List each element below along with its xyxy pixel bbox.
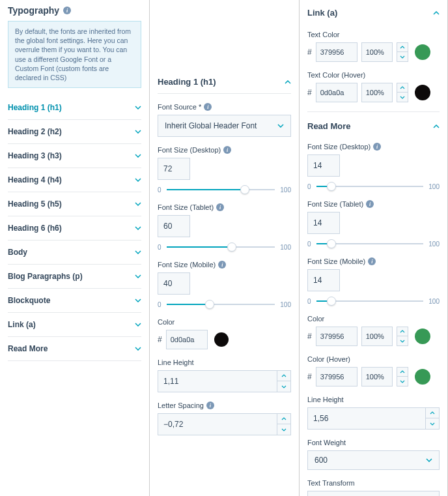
chevron-up-icon[interactable] (397, 368, 408, 377)
fs-desktop-slider[interactable] (316, 182, 424, 191)
accordion-header[interactable]: Heading 3 (h3) (8, 144, 141, 168)
text-color-pct-input[interactable] (361, 42, 393, 62)
caret-down-icon (277, 124, 284, 128)
color-stepper[interactable] (397, 327, 408, 346)
info-icon[interactable]: i (218, 261, 226, 269)
fs-desktop-input[interactable] (307, 154, 340, 177)
color-swatch[interactable] (415, 369, 430, 385)
font-weight-select[interactable]: 600 (307, 450, 440, 470)
line-height-stepper[interactable] (425, 407, 440, 430)
info-icon[interactable]: i (63, 7, 71, 14)
chevron-down-icon[interactable] (426, 418, 439, 429)
color-hex-input[interactable] (316, 327, 357, 346)
select-value: Inherit Global Header Font (165, 121, 257, 130)
info-icon[interactable]: i (204, 103, 212, 111)
accordion-header[interactable]: Heading 2 (h2) (8, 120, 141, 143)
chevron-up-icon[interactable] (277, 371, 290, 381)
fs-mobile-input[interactable] (307, 269, 340, 291)
line-height-input[interactable] (158, 370, 277, 392)
info-icon[interactable]: i (366, 200, 374, 208)
accordion-label: Blog Paragraphs (p) (8, 272, 83, 281)
accordion-item: Heading 1 (h1) (8, 96, 141, 120)
fs-mobile-input[interactable] (158, 272, 190, 295)
color-hex-input[interactable] (166, 330, 208, 349)
accordion-header[interactable]: Heading 5 (h5) (8, 192, 141, 216)
info-icon[interactable]: i (223, 146, 231, 154)
fs-desktop-input[interactable] (158, 158, 190, 180)
hash-symbol: # (307, 88, 312, 97)
fs-tablet-slider[interactable] (316, 239, 424, 248)
hash-symbol: # (158, 335, 162, 344)
fs-tablet-input[interactable] (307, 212, 340, 234)
chevron-up-icon[interactable] (397, 43, 408, 52)
letter-spacing-stepper[interactable] (277, 413, 291, 435)
accordion-header[interactable]: Blockquote (8, 289, 141, 312)
field-text-transform: Text Transform None (307, 479, 440, 496)
color-swatch[interactable] (415, 328, 430, 344)
caret-down-icon (426, 458, 432, 462)
accordion-label: Heading 2 (h2) (8, 127, 62, 136)
color-hover-pct-input[interactable] (361, 367, 393, 387)
color-hover-stepper[interactable] (397, 367, 408, 387)
chevron-down-icon[interactable] (397, 336, 408, 345)
chevron-up-icon[interactable] (397, 327, 408, 336)
panel-readmore-head[interactable]: Read More (307, 121, 440, 138)
text-color-stepper[interactable] (397, 42, 408, 62)
chevron-up-icon[interactable] (426, 408, 439, 418)
fs-desktop-slider[interactable] (167, 185, 275, 194)
chevron-up-icon[interactable] (397, 83, 408, 93)
info-icon[interactable]: i (206, 401, 214, 409)
color-pct-input[interactable] (361, 327, 393, 346)
label: Font Size (Desktop) (307, 143, 371, 151)
accordion-header[interactable]: Blog Paragraphs (p) (8, 265, 141, 288)
panel-link-head[interactable]: Link (a) (307, 5, 440, 24)
accordion-header[interactable]: Heading 4 (h4) (8, 168, 141, 192)
chevron-down-icon[interactable] (397, 52, 408, 61)
accordion-header[interactable]: Heading 1 (h1) (8, 96, 141, 119)
panel-h1-head[interactable]: Heading 1 (h1) (158, 70, 291, 94)
fs-mobile-slider[interactable] (167, 300, 275, 309)
info-icon[interactable]: i (373, 143, 381, 151)
panel-title: Link (a) (307, 8, 337, 18)
accordion-label: Heading 4 (h4) (8, 175, 62, 184)
accordion-item: Heading 6 (h6) (8, 216, 141, 241)
text-transform-select[interactable]: None (307, 491, 440, 496)
font-source-select[interactable]: Inherit Global Header Font (158, 115, 291, 137)
letter-spacing-input[interactable] (158, 413, 277, 435)
color-swatch[interactable] (415, 44, 430, 60)
line-height-input[interactable] (307, 407, 425, 430)
color-hover-hex-input[interactable] (316, 367, 357, 387)
text-color-hover-hex-input[interactable] (316, 83, 357, 102)
slider-max: 100 (428, 183, 440, 190)
text-color-hover-pct-input[interactable] (361, 83, 393, 102)
accordion-header[interactable]: Heading 6 (h6) (8, 216, 141, 240)
color-swatch[interactable] (214, 332, 229, 347)
fs-mobile-slider[interactable] (316, 297, 424, 306)
chevron-down-icon[interactable] (277, 381, 290, 392)
chevron-down-icon[interactable] (397, 93, 408, 102)
text-color-hover-stepper[interactable] (397, 83, 408, 102)
text-color-hex-input[interactable] (316, 42, 357, 62)
panel-h1: Heading 1 (h1) Font Source *i Inherit Gl… (150, 0, 300, 496)
accordion-header[interactable]: Link (a) (8, 313, 141, 336)
field-fs-tablet-rm: Font Size (Tablet)i 0 100 (307, 200, 440, 248)
accordion-item: Blockquote (8, 289, 141, 313)
chevron-down-icon[interactable] (397, 377, 408, 386)
chevron-down-icon (135, 250, 141, 254)
label: Font Size (Tablet) (158, 203, 214, 211)
accordion-header[interactable]: Body (8, 241, 141, 264)
accordion-item: Read More (8, 337, 141, 361)
color-swatch[interactable] (415, 85, 430, 100)
line-height-stepper[interactable] (277, 370, 291, 392)
label: Text Color (Hover) (307, 71, 365, 79)
info-icon[interactable]: i (216, 203, 224, 211)
chevron-up-icon[interactable] (277, 414, 290, 424)
field-line-height-rm: Line Height (307, 396, 440, 430)
chevron-up-icon (285, 80, 291, 84)
fs-tablet-input[interactable] (158, 215, 190, 237)
info-icon[interactable]: i (368, 257, 376, 265)
accordion-header[interactable]: Read More (8, 337, 141, 360)
chevron-down-icon[interactable] (277, 424, 290, 435)
fs-tablet-slider[interactable] (167, 242, 275, 252)
label: Font Size (Desktop) (158, 146, 221, 154)
